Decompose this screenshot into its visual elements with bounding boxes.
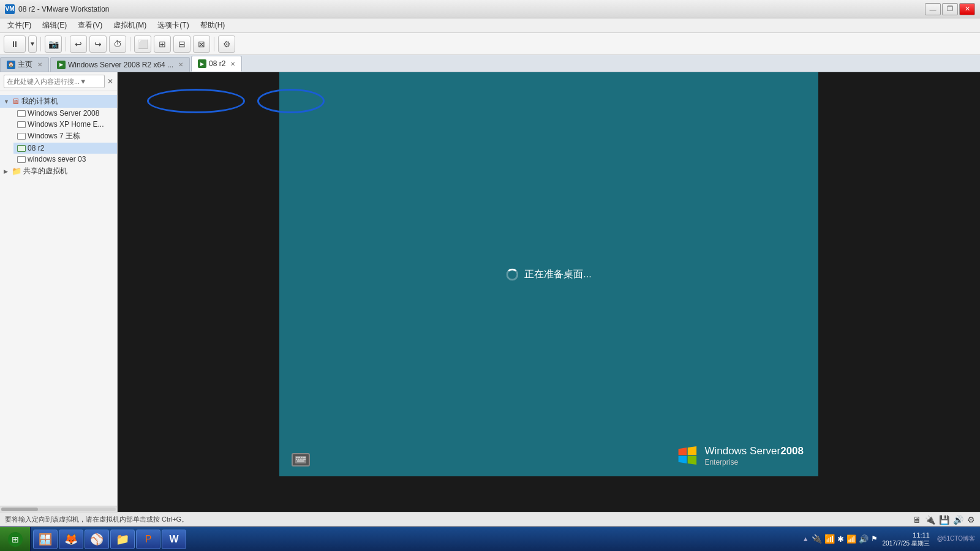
tab-ws2008-label: Windows Server 2008 R2 x64 ... xyxy=(68,61,173,69)
home-tab-icon: 🏠 xyxy=(7,61,15,69)
shared-folder-icon: 📁 xyxy=(12,167,21,176)
svg-rect-3 xyxy=(301,457,303,458)
tree-vm-ws2008[interactable]: Windows Server 2008 xyxy=(13,108,117,119)
tree-expand-icon: ▼ xyxy=(4,99,10,105)
tray-icon-network: 📶 xyxy=(824,534,835,544)
svg-rect-8 xyxy=(301,459,303,460)
tray-icon-speaker: 🔊 xyxy=(859,534,869,544)
tab-ws2008-close[interactable]: ✕ xyxy=(178,61,183,68)
loading-spinner xyxy=(506,268,518,280)
vm-icon-win7 xyxy=(17,133,26,140)
toolbar-separator-2 xyxy=(66,37,66,51)
toolbar-multimonitor-button[interactable]: ⊞ xyxy=(154,36,171,53)
tree-my-computer[interactable]: ▼ 🖥 我的计算机 xyxy=(0,95,117,108)
minimize-button[interactable]: — xyxy=(925,3,941,15)
toolbar-snapshot-back-button[interactable]: ↩ xyxy=(70,36,87,53)
svg-rect-6 xyxy=(298,459,299,460)
clock-time: 11:11 xyxy=(883,531,930,539)
toolbar-dropdown-button[interactable]: ▼ xyxy=(28,36,37,53)
tab-08r2-close[interactable]: ✕ xyxy=(230,61,235,67)
restore-button[interactable]: ❐ xyxy=(942,3,958,15)
windows-logo-icon xyxy=(676,444,698,467)
status-monitor-icon: 🖥 xyxy=(913,515,921,525)
toolbar-fullscreen-button[interactable]: ⬜ xyxy=(134,36,151,53)
toolbar-pause-button[interactable]: ⏸ xyxy=(4,36,26,53)
ws2008-tab-icon: ▶ xyxy=(57,61,66,69)
toolbar-snapshot-button[interactable]: ⏱ xyxy=(109,36,126,53)
tree-root-label: 我的计算机 xyxy=(21,96,58,107)
menu-view[interactable]: 查看(V) xyxy=(73,19,107,32)
tab-home-label: 主页 xyxy=(18,59,32,70)
close-button[interactable]: ✕ xyxy=(959,3,975,15)
menu-vm[interactable]: 虚拟机(M) xyxy=(108,19,151,32)
tab-08r2[interactable]: ▶ 08 r2 ✕ xyxy=(191,56,242,72)
tree-vm-xp-label: Windows XP Home E... xyxy=(28,120,104,129)
svg-rect-4 xyxy=(303,457,306,458)
tree-shared-label: 共享的虚拟机 xyxy=(23,166,67,176)
tray-icon-bluetooth: ✱ xyxy=(837,534,844,544)
toolbar-unity-button[interactable]: ⊟ xyxy=(173,36,190,53)
status-network-icon: 🔌 xyxy=(925,515,935,525)
sidebar-close-button[interactable]: ✕ xyxy=(107,77,113,86)
taskbar-app-folder[interactable]: 📁 xyxy=(110,530,135,549)
branding-edition-label: Enterprise xyxy=(704,458,804,467)
svg-rect-2 xyxy=(298,457,300,458)
svg-rect-5 xyxy=(296,459,297,460)
tree-vm-xp[interactable]: Windows XP Home E... xyxy=(13,119,117,130)
vm-icon-ws2008 xyxy=(17,110,26,117)
toolbar-snapshot-forward-button[interactable]: ↪ xyxy=(89,36,107,53)
app-icon: VM xyxy=(5,4,15,14)
vm-keyboard-icon[interactable] xyxy=(292,453,310,467)
tray-icon-action-center: ⚑ xyxy=(871,534,878,543)
toolbar-pref-button[interactable]: ⚙ xyxy=(218,36,235,53)
tray-icon-wifi: 📶 xyxy=(846,534,856,544)
taskbar-app-3[interactable]: ⚾ xyxy=(85,530,109,549)
branding-windows-label: Windows Server xyxy=(704,445,780,457)
computer-icon: 🖥 xyxy=(12,97,20,106)
toolbar-stretch-button[interactable]: ⊠ xyxy=(193,36,210,53)
vm-icon-sever03 xyxy=(17,156,26,163)
menu-edit[interactable]: 编辑(E) xyxy=(37,19,72,32)
svg-text:⊞: ⊞ xyxy=(12,534,19,544)
system-clock[interactable]: 11:11 2017/7/25 星期三 xyxy=(880,531,932,547)
toolbar-separator-1 xyxy=(40,37,41,51)
status-usb-icon: 💾 xyxy=(939,515,949,525)
taskbar-app-ppt[interactable]: P xyxy=(136,530,160,549)
loading-text: 正在准备桌面... xyxy=(524,268,591,281)
08r2-tab-icon: ▶ xyxy=(198,59,206,68)
tab-08r2-label: 08 r2 xyxy=(209,59,225,68)
tray-show-desktop[interactable]: ▲ xyxy=(802,535,809,542)
menu-file[interactable]: 文件(F) xyxy=(2,19,36,32)
toolbar-separator-3 xyxy=(130,37,130,51)
vm-icon-08r2 xyxy=(17,145,26,152)
taskbar-app-firefox[interactable]: 🦊 xyxy=(59,530,83,549)
tab-home[interactable]: 🏠 主页 ✕ xyxy=(0,57,49,72)
toolbar-separator-4 xyxy=(214,37,214,51)
vm-icon-xp xyxy=(17,121,26,128)
tree-vm-win7-label: Windows 7 王栋 xyxy=(28,131,80,141)
vm-branding: Windows Server2008 Enterprise xyxy=(676,444,804,467)
menu-help[interactable]: 帮助(H) xyxy=(195,19,230,32)
tree-shared-vms[interactable]: ▶ 📁 共享的虚拟机 xyxy=(0,165,117,178)
menu-tabs[interactable]: 选项卡(T) xyxy=(153,19,194,32)
taskbar-app-explorer[interactable]: 🪟 xyxy=(33,530,58,549)
tree-vm-win7[interactable]: Windows 7 王栋 xyxy=(13,130,117,143)
tree-vm-08r2-label: 08 r2 xyxy=(28,144,44,152)
start-button[interactable]: ⊞ xyxy=(0,527,31,552)
vm-screen[interactable]: 正在准备桌面... xyxy=(279,72,818,476)
taskbar-app-word[interactable]: W xyxy=(162,530,186,549)
branding-text: Windows Server2008 Enterprise xyxy=(704,444,804,467)
status-audio-icon: 🔊 xyxy=(953,515,963,525)
tab-ws2008[interactable]: ▶ Windows Server 2008 R2 x64 ... ✕ xyxy=(50,57,190,72)
status-settings-icon: ⚙ xyxy=(967,515,975,525)
sidebar-search-input[interactable] xyxy=(4,75,105,88)
tab-home-close[interactable]: ✕ xyxy=(37,61,42,68)
window-title: 08 r2 - VMware Workstation xyxy=(18,5,110,13)
status-text: 要将输入定向到该虚拟机，请在虚拟机内部单击或按 Ctrl+G。 xyxy=(5,515,188,524)
clock-date: 2017/7/25 星期三 xyxy=(883,539,930,547)
toolbar-screenshot-button[interactable]: 📷 xyxy=(45,36,62,53)
tray-icon-usb: 🔌 xyxy=(812,534,822,544)
svg-rect-1 xyxy=(296,457,298,458)
tree-vm-sever03[interactable]: windows sever 03 xyxy=(13,154,117,165)
tree-vm-08r2[interactable]: 08 r2 xyxy=(13,143,117,154)
